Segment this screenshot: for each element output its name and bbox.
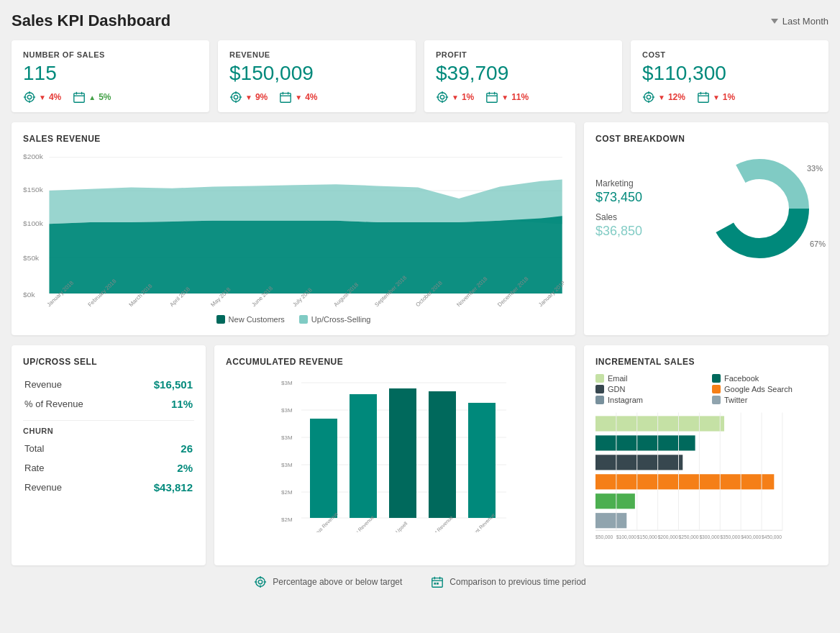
divider bbox=[23, 420, 194, 421]
kpi-card-0: NUMBER OF SALES 115 ▼4%▲5% bbox=[12, 40, 209, 112]
calendar-icon bbox=[431, 575, 444, 588]
kpi-label: REVENUE bbox=[229, 50, 404, 59]
svg-marker-50 bbox=[49, 180, 562, 224]
table-row: Total26 bbox=[24, 440, 193, 457]
svg-point-21 bbox=[440, 95, 444, 99]
arrow-down: ▼ bbox=[658, 94, 665, 101]
incremental-legend: EmailFacebookGDNGoogle Ads SearchInstagr… bbox=[595, 374, 817, 404]
inc-dot bbox=[595, 396, 604, 404]
svg-rect-95 bbox=[595, 513, 626, 528]
kpi-label: NUMBER OF SALES bbox=[23, 50, 198, 59]
svg-rect-90 bbox=[595, 416, 724, 431]
kpi-metric-0: ▼9% bbox=[229, 91, 268, 104]
svg-rect-80 bbox=[310, 419, 337, 518]
legend-item: New Customers bbox=[216, 315, 285, 324]
kpi-metrics: ▼1%▼11% bbox=[436, 91, 611, 104]
table-row: Rate2% bbox=[24, 459, 193, 477]
kpi-metric-1: ▼1% bbox=[697, 91, 735, 104]
kpi-value: $150,009 bbox=[229, 62, 404, 85]
donut-chart: 33% 67% bbox=[702, 151, 817, 266]
target-metric-icon bbox=[23, 91, 36, 104]
arrow-down: ▼ bbox=[452, 94, 459, 101]
kpi-metric-0: ▼1% bbox=[436, 91, 474, 104]
sales-revenue-legend: New CustomersUp/Cross-Selling bbox=[23, 315, 564, 324]
kpi-metric-1: ▲5% bbox=[73, 91, 111, 104]
header: Sales KPI Dashboard Last Month bbox=[12, 12, 828, 30]
inc-dot bbox=[712, 374, 721, 383]
filter-button[interactable]: Last Month bbox=[771, 16, 828, 27]
kpi-card-3: COST $110,300 ▼12%▼1% bbox=[631, 40, 828, 112]
table-row: % of Revenue11% bbox=[24, 395, 193, 413]
kpi-metric-1: ▼11% bbox=[485, 91, 529, 104]
svg-text:$200,000: $200,000 bbox=[658, 534, 678, 539]
row-label: Revenue bbox=[24, 478, 106, 496]
calendar-metric-icon bbox=[279, 91, 292, 104]
kpi-card-2: PROFIT $39,709 ▼1%▼11% bbox=[424, 40, 622, 112]
svg-rect-36 bbox=[698, 94, 708, 103]
inc-dot bbox=[712, 396, 721, 404]
pct-33: 33% bbox=[807, 164, 823, 173]
svg-rect-91 bbox=[595, 435, 695, 450]
legend-label: Up/Cross-Selling bbox=[311, 315, 371, 324]
inc-label: Email bbox=[608, 374, 628, 383]
inc-label: GDN bbox=[608, 385, 625, 393]
svg-text:$200k: $200k bbox=[23, 152, 44, 160]
svg-point-30 bbox=[644, 93, 654, 102]
svg-rect-94 bbox=[595, 493, 635, 509]
svg-rect-82 bbox=[350, 394, 377, 518]
svg-rect-86 bbox=[429, 391, 456, 518]
sales-revenue-title: SALES REVENUE bbox=[23, 134, 564, 144]
svg-rect-6 bbox=[74, 94, 84, 103]
inc-dot bbox=[595, 374, 604, 383]
svg-rect-126 bbox=[437, 583, 439, 585]
svg-rect-84 bbox=[389, 388, 416, 518]
svg-text:$0k: $0k bbox=[23, 291, 35, 299]
footer-target-text: Percentage above or below target bbox=[273, 577, 402, 587]
kpi-metric-0: ▼4% bbox=[23, 91, 61, 104]
svg-point-116 bbox=[259, 580, 262, 583]
row-value: $16,501 bbox=[126, 375, 193, 393]
upcross-title: UP/CROSS SELL bbox=[23, 357, 194, 367]
cost-breakdown-panel: COST BREAKDOWN Marketing $73,450 Sales $… bbox=[584, 122, 828, 335]
inc-legend-item: Instagram bbox=[595, 396, 700, 404]
target-metric-icon bbox=[229, 91, 242, 104]
marketing-section: Marketing $73,450 bbox=[595, 178, 642, 205]
page-title: Sales KPI Dashboard bbox=[12, 12, 170, 30]
svg-text:$3M: $3M bbox=[281, 380, 293, 386]
inc-dot bbox=[712, 385, 721, 393]
target-metric-icon bbox=[436, 91, 449, 104]
row-value: 11% bbox=[126, 395, 193, 413]
arrow-down: ▼ bbox=[501, 94, 508, 101]
kpi-metrics: ▼9%▼4% bbox=[229, 91, 404, 104]
legend-dot bbox=[299, 315, 308, 324]
acc-svg: $3M $3M $3M $3M $2M $2M Previous Revenue bbox=[226, 374, 564, 532]
inc-legend-item: Google Ads Search bbox=[712, 385, 817, 393]
upcross-panel: UP/CROSS SELL Revenue$16,501% of Revenue… bbox=[12, 345, 206, 565]
svg-text:$400,000: $400,000 bbox=[741, 534, 761, 539]
inc-legend-item: GDN bbox=[595, 385, 700, 393]
accumulated-chart: $3M $3M $3M $3M $2M $2M Previous Revenue bbox=[226, 374, 564, 547]
cost-donut-row: Marketing $73,450 Sales $36,850 33% bbox=[595, 151, 817, 266]
row-label: Revenue bbox=[24, 375, 124, 393]
kpi-label: COST bbox=[642, 50, 817, 59]
footer-calendar-text: Comparison to previous time period bbox=[449, 577, 585, 587]
marketing-value: $73,450 bbox=[595, 190, 642, 205]
metric-value: 4% bbox=[305, 92, 317, 102]
svg-point-0 bbox=[25, 93, 35, 102]
metric-value: 1% bbox=[723, 92, 735, 102]
footer: Percentage above or below target Compari… bbox=[12, 575, 828, 588]
svg-text:$300,000: $300,000 bbox=[699, 534, 719, 539]
legend-label: New Customers bbox=[229, 315, 285, 324]
churn-table: Total26Rate2%Revenue$43,812 bbox=[23, 438, 194, 498]
svg-rect-16 bbox=[280, 94, 291, 103]
kpi-value: 115 bbox=[23, 62, 198, 85]
svg-text:$100k: $100k bbox=[23, 220, 44, 228]
svg-text:$2M: $2M bbox=[281, 489, 293, 496]
filter-label: Last Month bbox=[782, 16, 828, 27]
kpi-card-1: REVENUE $150,009 ▼9%▼4% bbox=[218, 40, 416, 112]
bottom-row: UP/CROSS SELL Revenue$16,501% of Revenue… bbox=[12, 345, 828, 565]
svg-text:$150k: $150k bbox=[23, 186, 44, 193]
svg-rect-92 bbox=[595, 455, 682, 470]
accumulated-title: ACCUMULATED REVENUE bbox=[226, 357, 564, 367]
svg-text:$3M: $3M bbox=[281, 407, 293, 414]
